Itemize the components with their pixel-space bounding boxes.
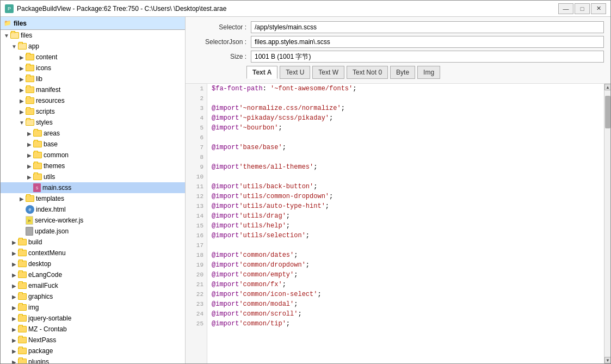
tree-item-label: utils bbox=[44, 173, 55, 181]
file-tree[interactable]: ▼files▼app▶content▶icons▶lib▶manifest▶re… bbox=[1, 30, 185, 363]
expand-icon[interactable]: ▼ bbox=[3, 32, 10, 39]
maximize-button[interactable]: □ bbox=[575, 3, 590, 14]
window-title: PackageBuildView - Package:62 Tree:750 -… bbox=[17, 5, 555, 13]
line-number: 1 bbox=[186, 84, 207, 94]
expand-icon[interactable]: ▶ bbox=[18, 53, 26, 61]
tree-item-app[interactable]: ▼app bbox=[1, 41, 185, 52]
size-row: Size : 1001 B (1001 字节) bbox=[192, 51, 604, 63]
view-btn-img[interactable]: Img bbox=[417, 66, 440, 79]
expand-icon[interactable]: ▶ bbox=[10, 249, 18, 257]
tree-item-areas[interactable]: ▶areas bbox=[1, 128, 185, 139]
vertical-scrollbar[interactable]: ▲ ▼ bbox=[604, 84, 610, 363]
code-content[interactable]: $fa-font-path: '~font-awesome/fonts'; @i… bbox=[207, 84, 604, 363]
minimize-button[interactable]: — bbox=[558, 3, 573, 14]
expand-icon[interactable] bbox=[26, 184, 33, 192]
expand-icon[interactable]: ▶ bbox=[18, 97, 26, 104]
folder-icon bbox=[26, 87, 34, 93]
tree-item-icons[interactable]: ▶icons bbox=[1, 63, 185, 73]
scroll-down-button[interactable]: ▼ bbox=[604, 357, 610, 363]
json-file-icon bbox=[26, 227, 33, 236]
expand-icon[interactable]: ▶ bbox=[10, 282, 18, 289]
tree-item-templates[interactable]: ▶templates bbox=[1, 193, 185, 204]
tree-item-MZ-Crontab[interactable]: ▶MZ - Crontab bbox=[1, 324, 185, 335]
expand-icon[interactable]: ▶ bbox=[10, 314, 18, 322]
expand-icon[interactable]: ▶ bbox=[18, 195, 26, 202]
expand-icon[interactable]: ▶ bbox=[10, 271, 18, 279]
expand-icon[interactable]: ▶ bbox=[26, 151, 33, 159]
view-btn-text-a[interactable]: Text A bbox=[246, 66, 277, 79]
tree-item-label: build bbox=[28, 238, 42, 246]
tree-item-desktop[interactable]: ▶desktop bbox=[1, 258, 185, 269]
line-number: 23 bbox=[186, 299, 207, 309]
expand-icon[interactable] bbox=[18, 227, 26, 235]
expand-icon[interactable]: ▼ bbox=[18, 119, 26, 126]
folder-icon bbox=[18, 326, 27, 332]
tree-item-index.html[interactable]: eindex.html bbox=[1, 204, 185, 215]
scroll-track[interactable] bbox=[604, 90, 610, 357]
close-button[interactable]: ✕ bbox=[591, 3, 606, 14]
expand-icon[interactable]: ▶ bbox=[26, 173, 33, 181]
tree-item-jquery-sortable[interactable]: ▶jquery-sortable bbox=[1, 313, 185, 324]
tree-item-utils[interactable]: ▶utils bbox=[1, 171, 185, 182]
expand-icon[interactable]: ▶ bbox=[18, 86, 26, 94]
expand-icon[interactable]: ▶ bbox=[10, 260, 18, 268]
tree-item-emailFuck[interactable]: ▶emailFuck bbox=[1, 280, 185, 291]
tree-item-lib[interactable]: ▶lib bbox=[1, 73, 185, 84]
tree-item-common[interactable]: ▶common bbox=[1, 150, 185, 161]
tree-item-content[interactable]: ▶content bbox=[1, 52, 185, 63]
code-line: @import 'common/modal'; bbox=[212, 299, 600, 309]
expand-icon[interactable]: ▶ bbox=[18, 108, 26, 115]
expand-icon[interactable]: ▶ bbox=[10, 347, 18, 355]
code-line bbox=[212, 172, 600, 182]
tree-item-manifest[interactable]: ▶manifest bbox=[1, 84, 185, 95]
scroll-thumb[interactable] bbox=[605, 96, 610, 128]
tree-item-scripts[interactable]: ▶scripts bbox=[1, 106, 185, 117]
tree-item-update.json[interactable]: update.json bbox=[1, 226, 185, 237]
tree-item-plugins[interactable]: ▶plugins bbox=[1, 356, 185, 363]
folder-icon bbox=[18, 239, 27, 245]
scroll-up-button[interactable]: ▲ bbox=[604, 84, 610, 90]
line-number: 9 bbox=[186, 162, 207, 172]
tree-item-img[interactable]: ▶img bbox=[1, 302, 185, 313]
expand-icon[interactable]: ▶ bbox=[10, 358, 18, 363]
line-number: 20 bbox=[186, 270, 207, 280]
view-btn-text-not[interactable]: Text Not 0 bbox=[347, 66, 388, 79]
line-numbers: 1234567891011121314151617181920212223242… bbox=[186, 84, 207, 363]
tree-item-graphics[interactable]: ▶graphics bbox=[1, 291, 185, 302]
expand-icon[interactable]: ▶ bbox=[10, 304, 18, 311]
expand-icon[interactable]: ▶ bbox=[26, 129, 33, 137]
expand-icon[interactable]: ▶ bbox=[18, 75, 26, 83]
expand-icon[interactable]: ▶ bbox=[10, 238, 18, 246]
expand-icon[interactable] bbox=[18, 217, 26, 224]
view-btn-text-u[interactable]: Text U bbox=[280, 66, 310, 79]
expand-icon[interactable]: ▶ bbox=[26, 162, 33, 170]
tree-item-service-worker.js[interactable]: jsservice-worker.js bbox=[1, 215, 185, 226]
line-number: 22 bbox=[186, 289, 207, 299]
tree-item-label: package bbox=[28, 347, 53, 355]
expand-icon[interactable]: ▶ bbox=[26, 140, 33, 148]
view-btn-byte[interactable]: Byte bbox=[390, 66, 415, 79]
tree-item-base[interactable]: ▶base bbox=[1, 139, 185, 150]
tree-item-NextPass[interactable]: ▶NextPass bbox=[1, 335, 185, 346]
expand-icon[interactable]: ▶ bbox=[18, 64, 26, 72]
tree-item-styles[interactable]: ▼styles bbox=[1, 117, 185, 128]
tree-item-label: index.html bbox=[36, 206, 66, 213]
expand-icon[interactable] bbox=[18, 206, 26, 213]
tree-item-files[interactable]: ▼files bbox=[1, 30, 185, 41]
tree-item-label: eLangCode bbox=[28, 271, 62, 279]
tree-item-resources[interactable]: ▶resources bbox=[1, 95, 185, 106]
expand-icon[interactable]: ▼ bbox=[10, 42, 18, 50]
line-number: 21 bbox=[186, 280, 207, 289]
tree-item-package[interactable]: ▶package bbox=[1, 346, 185, 356]
tree-item-themes[interactable]: ▶themes bbox=[1, 161, 185, 171]
view-btn-text-w[interactable]: Text W bbox=[312, 66, 344, 79]
tree-item-build[interactable]: ▶build bbox=[1, 237, 185, 248]
tree-item-eLangCode[interactable]: ▶eLangCode bbox=[1, 269, 185, 280]
app-icon: P bbox=[5, 4, 14, 13]
tree-item-contextMenu[interactable]: ▶contextMenu bbox=[1, 248, 185, 258]
expand-icon[interactable]: ▶ bbox=[10, 293, 18, 300]
expand-icon[interactable]: ▶ bbox=[10, 336, 18, 344]
tree-item-main.scss[interactable]: Smain.scss bbox=[1, 182, 185, 193]
tree-item-label: areas bbox=[44, 129, 60, 137]
expand-icon[interactable]: ▶ bbox=[10, 325, 18, 333]
